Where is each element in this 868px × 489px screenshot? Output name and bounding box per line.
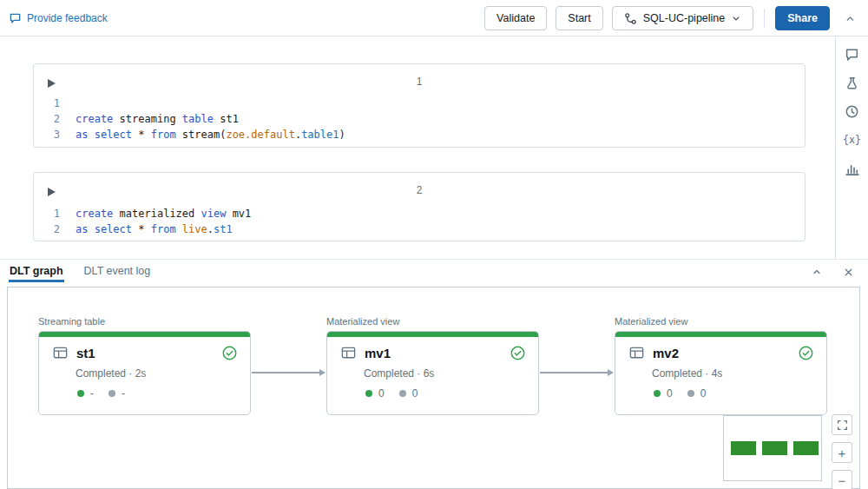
- node-name: mv2: [653, 346, 790, 360]
- code-editor[interactable]: 1create materialized view mv12as select …: [34, 206, 805, 237]
- pipeline-icon: [624, 12, 637, 25]
- minus-icon: −: [838, 474, 846, 487]
- edge-arrow-mv1-mv2: [540, 372, 608, 373]
- chevron-up-icon: [845, 13, 856, 24]
- panel-tabs: DLT graph DLT event log: [9, 260, 151, 282]
- validate-label: Validate: [496, 12, 535, 24]
- code-line[interactable]: 2as select * from live.st1: [34, 221, 805, 237]
- top-actions: Validate Start SQL-UC-pipeline: [484, 6, 861, 30]
- panel-actions: [806, 261, 859, 283]
- neutral-dot: [108, 390, 115, 397]
- feedback-bubble-icon: [9, 11, 22, 24]
- bar-chart-icon: [845, 162, 859, 176]
- code-text: as select * from stream(zoe.default.tabl…: [76, 127, 345, 142]
- minimap-node: [731, 441, 756, 455]
- node-card-mv1[interactable]: mv1 Completed · 6s 0 0: [326, 331, 539, 415]
- graph-node-mv1: Materialized view mv1: [326, 316, 539, 415]
- neutral-dot: [687, 390, 694, 397]
- code-line[interactable]: 2create streaming table st1: [34, 111, 805, 127]
- pipeline-selector-label: SQL-UC-pipeline: [643, 12, 725, 24]
- metric-value: 0: [412, 387, 418, 400]
- success-dot: [365, 390, 372, 397]
- start-button[interactable]: Start: [556, 6, 602, 30]
- line-number: 1: [34, 96, 76, 111]
- tab-dlt-graph[interactable]: DLT graph: [9, 260, 64, 282]
- sql-cell-2[interactable]: 2 1create materialized view mv12as selec…: [33, 172, 806, 241]
- node-status-text: Completed · 4s: [615, 361, 826, 380]
- table-icon: [340, 345, 357, 361]
- version-history-button[interactable]: [843, 102, 862, 121]
- success-check-icon: [510, 345, 526, 361]
- metric-value: -: [90, 387, 94, 400]
- dlt-graph-canvas[interactable]: Streaming table st1: [7, 287, 860, 489]
- code-text: create materialized view mv1: [76, 206, 251, 221]
- node-type-label: Streaming table: [38, 316, 251, 327]
- tab-dlt-graph-label: DLT graph: [10, 265, 63, 277]
- node-card-mv2[interactable]: mv2 Completed · 4s 0 0: [615, 331, 827, 415]
- validate-button[interactable]: Validate: [484, 6, 547, 30]
- header-divider: [764, 9, 765, 28]
- edge-arrow-st1-mv1: [252, 372, 320, 373]
- comments-button[interactable]: [843, 44, 862, 63]
- pipeline-editor-screen: Provide feedback Validate Start SQL-UC-p…: [0, 0, 868, 489]
- right-sidebar-rail: {x}: [835, 36, 868, 259]
- variables-icon: {x}: [843, 134, 861, 146]
- variables-button[interactable]: {x}: [843, 130, 862, 149]
- flask-icon: [845, 76, 859, 90]
- provide-feedback-label: Provide feedback: [27, 12, 108, 24]
- cell-number: 2: [34, 184, 805, 196]
- line-number: 3: [34, 127, 76, 142]
- chevron-up-icon: [812, 267, 822, 277]
- zoom-in-button[interactable]: +: [832, 442, 852, 463]
- metric-value: 0: [378, 387, 385, 400]
- node-status-text: Completed · 6s: [327, 361, 538, 380]
- share-label: Share: [787, 12, 818, 24]
- success-dot: [77, 390, 84, 397]
- zoom-out-button[interactable]: −: [832, 470, 852, 489]
- collapse-header-button[interactable]: [838, 7, 861, 30]
- node-type-label: Materialized view: [326, 316, 539, 327]
- node-name: st1: [76, 346, 214, 360]
- pipeline-selector-dropdown[interactable]: SQL-UC-pipeline: [612, 6, 753, 30]
- graph-minimap[interactable]: [723, 415, 822, 481]
- code-line[interactable]: 3as select * from stream(zoe.default.tab…: [34, 127, 805, 142]
- tab-dlt-event-log[interactable]: DLT event log: [83, 260, 152, 282]
- node-metrics: 0 0: [327, 380, 538, 400]
- history-clock-icon: [845, 104, 859, 119]
- close-panel-button[interactable]: [837, 261, 859, 283]
- code-line[interactable]: 1: [34, 96, 805, 111]
- provide-feedback-link[interactable]: Provide feedback: [9, 11, 108, 24]
- collapse-panel-button[interactable]: [806, 261, 828, 283]
- tab-dlt-event-log-label: DLT event log: [84, 265, 151, 277]
- graph-node-mv2: Materialized view mv2: [615, 316, 827, 415]
- comment-bubble-icon: [845, 47, 859, 62]
- bottom-panel-header: DLT graph DLT event log: [0, 259, 868, 281]
- line-number: 2: [34, 111, 76, 127]
- code-editor[interactable]: 12create streaming table st13as select *…: [34, 96, 805, 142]
- share-button[interactable]: Share: [775, 6, 830, 30]
- node-card-st1[interactable]: st1 Completed · 2s - -: [38, 331, 251, 415]
- success-check-icon: [798, 345, 814, 361]
- notebook-editor: 1 12create streaming table st13as select…: [0, 36, 835, 259]
- table-icon: [52, 345, 69, 361]
- node-status-text: Completed · 2s: [39, 361, 250, 380]
- close-icon: [843, 267, 854, 278]
- metric-value: 0: [667, 387, 673, 400]
- node-metrics: - -: [39, 380, 250, 400]
- success-dot: [654, 390, 661, 397]
- visualizations-button[interactable]: [843, 159, 862, 178]
- node-name: mv1: [365, 346, 502, 360]
- fit-view-icon: [837, 420, 848, 431]
- line-number: 2: [34, 221, 76, 237]
- minimap-node: [793, 441, 819, 455]
- fit-view-button[interactable]: [832, 414, 852, 435]
- top-bar: Provide feedback Validate Start SQL-UC-p…: [0, 0, 868, 36]
- code-text: create streaming table st1: [76, 111, 239, 127]
- graph-node-st1: Streaming table st1: [38, 316, 251, 415]
- metric-value: 0: [700, 387, 707, 400]
- start-label: Start: [568, 12, 590, 24]
- chevron-down-icon: [731, 13, 741, 23]
- experiments-button[interactable]: [843, 73, 862, 92]
- sql-cell-1[interactable]: 1 12create streaming table st13as select…: [33, 63, 806, 148]
- code-line[interactable]: 1create materialized view mv1: [34, 206, 805, 221]
